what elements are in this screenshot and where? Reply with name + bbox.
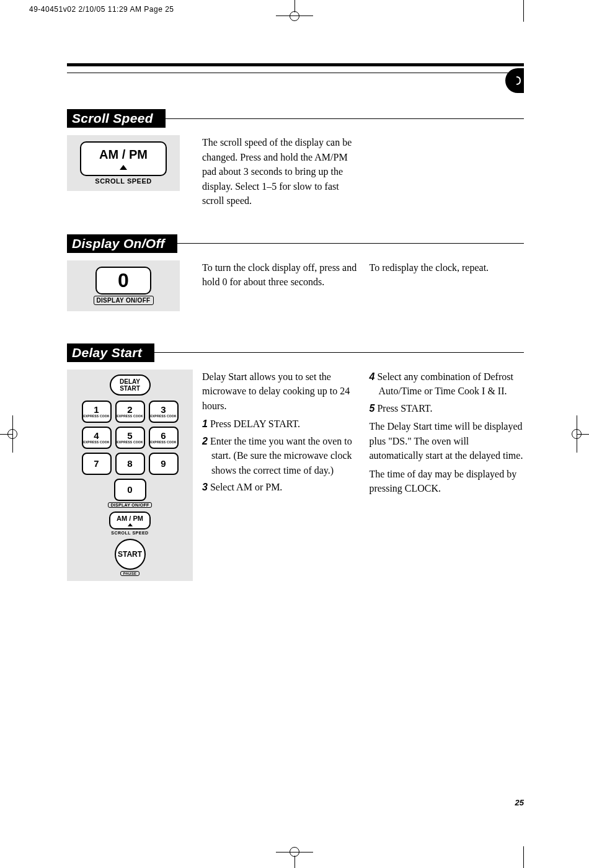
scroll-speed-sublabel: SCROLL SPEED xyxy=(111,531,148,535)
keypad-9: 9 xyxy=(149,453,179,475)
crop-mark-right xyxy=(564,409,589,459)
delay-p2: The time of day may be displayed by pres… xyxy=(370,467,525,496)
crop-line xyxy=(523,846,524,868)
page-number: 25 xyxy=(515,798,524,807)
keypad-7: 7 xyxy=(82,453,112,475)
scroll-speed-label: SCROLL SPEED xyxy=(95,177,151,185)
page: 49-40451v02 2/10/05 11:29 AM Page 25 Scr… xyxy=(0,0,589,868)
keypad-2: 2EXPRESS COOK xyxy=(115,401,145,423)
keypad-3: 3EXPRESS COOK xyxy=(149,401,179,423)
section-display-onoff: Display On/Off 0 DISPLAY ON/OFF To turn … xyxy=(67,234,524,311)
svg-point-0 xyxy=(510,79,513,82)
delay-start-col1: Delay Start allows you to set the microw… xyxy=(202,370,357,581)
keypad-1: 1EXPRESS COOK xyxy=(82,401,112,423)
section-delay-start: Delay Start DELAY START 1EXPRESS COOK 2E… xyxy=(67,343,524,581)
display-onoff-label: DISPLAY ON/OFF xyxy=(94,296,154,305)
scroll-speed-text: The scroll speed of the display can be c… xyxy=(202,135,357,208)
delay-intro: Delay Start allows you to set the microw… xyxy=(202,370,357,414)
mascot-icon xyxy=(502,68,527,93)
top-rule xyxy=(67,63,524,66)
section-scroll-speed: Scroll Speed AM / PM SCROLL SPEED The sc… xyxy=(67,109,524,208)
ampm-label: AM / PM xyxy=(99,148,148,161)
keypad-0: 0 xyxy=(114,479,146,501)
keypad-4: 4EXPRESS COOK xyxy=(82,427,112,449)
pause-label: PAUSE xyxy=(120,571,140,576)
zero-label: 0 xyxy=(118,269,129,291)
section-title: Delay Start xyxy=(67,343,154,362)
triangle-up-icon xyxy=(120,165,127,170)
ampm-pad-diagram: AM / PM SCROLL SPEED xyxy=(67,135,180,191)
keypad-8: 8 xyxy=(115,453,145,475)
delay-start-col2: 4 Select any combination of Defrost Auto… xyxy=(370,370,525,581)
keypad-5: 5EXPRESS COOK xyxy=(115,427,145,449)
section-title: Scroll Speed xyxy=(67,109,166,128)
delay-start-button: DELAY START xyxy=(110,374,151,396)
ampm-mini-label: AM / PM xyxy=(117,515,143,522)
display-onoff-text-2: To redisplay the clock, repeat. xyxy=(370,260,525,311)
content-area: Scroll Speed AM / PM SCROLL SPEED The sc… xyxy=(67,63,524,809)
crop-line xyxy=(523,0,524,22)
crop-mark-left xyxy=(0,409,25,459)
zero-pad-diagram: 0 DISPLAY ON/OFF xyxy=(67,260,180,311)
crop-mark-top xyxy=(270,0,319,22)
print-header: 49-40451v02 2/10/05 11:29 AM Page 25 xyxy=(29,5,174,14)
start-button: START xyxy=(115,539,146,570)
display-onoff-text-1: To turn the clock display off, press and… xyxy=(202,260,357,311)
display-onoff-sublabel: DISPLAY ON/OFF xyxy=(108,502,151,508)
triangle-up-icon xyxy=(128,523,133,526)
crop-mark-bottom xyxy=(270,846,319,868)
section-title: Display On/Off xyxy=(67,234,177,253)
keypad-diagram: DELAY START 1EXPRESS COOK 2EXPRESS COOK … xyxy=(67,370,193,581)
keypad-6: 6EXPRESS COOK xyxy=(149,427,179,449)
delay-p1: The Delay Start time will be displayed p… xyxy=(370,419,525,463)
mid-rule xyxy=(67,73,524,73)
